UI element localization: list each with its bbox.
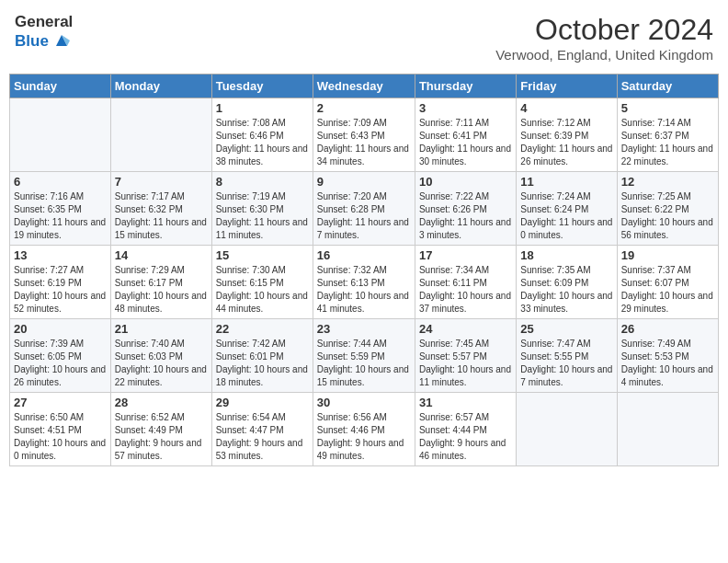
header-day-wednesday: Wednesday [313, 75, 415, 98]
day-detail: Sunrise: 7:40 AM Sunset: 6:03 PM Dayligh… [115, 338, 208, 389]
day-number: 15 [216, 248, 309, 262]
day-number: 24 [419, 322, 512, 336]
day-number: 17 [419, 248, 512, 262]
day-detail: Sunrise: 7:42 AM Sunset: 6:01 PM Dayligh… [216, 338, 309, 389]
calendar-cell: 4Sunrise: 7:12 AM Sunset: 6:39 PM Daylig… [517, 98, 617, 172]
day-number: 31 [419, 396, 512, 409]
day-detail: Sunrise: 7:14 AM Sunset: 6:37 PM Dayligh… [621, 117, 714, 168]
calendar-cell: 16Sunrise: 7:32 AM Sunset: 6:13 PM Dayli… [313, 246, 415, 319]
header-day-friday: Friday [517, 75, 617, 98]
calendar-cell: 25Sunrise: 7:47 AM Sunset: 5:55 PM Dayli… [517, 319, 617, 393]
day-number: 5 [621, 101, 714, 115]
day-detail: Sunrise: 7:20 AM Sunset: 6:28 PM Dayligh… [317, 190, 411, 242]
logo-icon [51, 31, 72, 52]
calendar-cell: 13Sunrise: 7:27 AM Sunset: 6:19 PM Dayli… [10, 246, 111, 319]
week-row-3: 13Sunrise: 7:27 AM Sunset: 6:19 PM Dayli… [10, 246, 719, 319]
calendar-cell: 3Sunrise: 7:11 AM Sunset: 6:41 PM Daylig… [415, 98, 516, 172]
day-number: 25 [520, 322, 612, 336]
calendar-cell: 5Sunrise: 7:14 AM Sunset: 6:37 PM Daylig… [617, 98, 718, 172]
calendar-cell: 22Sunrise: 7:42 AM Sunset: 6:01 PM Dayli… [211, 319, 313, 393]
calendar-cell [517, 393, 617, 466]
day-detail: Sunrise: 7:37 AM Sunset: 6:07 PM Dayligh… [621, 264, 714, 316]
day-detail: Sunrise: 7:47 AM Sunset: 5:55 PM Dayligh… [520, 338, 612, 389]
day-number: 8 [216, 175, 309, 189]
day-detail: Sunrise: 7:27 AM Sunset: 6:19 PM Dayligh… [14, 264, 107, 316]
day-number: 11 [520, 175, 612, 189]
day-detail: Sunrise: 6:56 AM Sunset: 4:46 PM Dayligh… [317, 411, 411, 463]
calendar-table: SundayMondayTuesdayWednesdayThursdayFrid… [9, 74, 719, 466]
day-detail: Sunrise: 7:22 AM Sunset: 6:26 PM Dayligh… [419, 190, 512, 242]
day-number: 16 [317, 248, 411, 262]
calendar-cell: 28Sunrise: 6:52 AM Sunset: 4:49 PM Dayli… [110, 393, 211, 466]
header-day-monday: Monday [110, 75, 211, 98]
month-title: October 2024 [495, 13, 713, 47]
calendar-cell: 14Sunrise: 7:29 AM Sunset: 6:17 PM Dayli… [110, 246, 211, 319]
calendar-header: SundayMondayTuesdayWednesdayThursdayFrid… [10, 75, 719, 98]
day-number: 6 [14, 175, 107, 189]
title-block: October 2024 Verwood, England, United Ki… [495, 13, 713, 63]
calendar-cell: 20Sunrise: 7:39 AM Sunset: 6:05 PM Dayli… [10, 319, 111, 393]
day-number: 18 [520, 248, 612, 262]
week-row-1: 1Sunrise: 7:08 AM Sunset: 6:46 PM Daylig… [10, 98, 719, 172]
day-detail: Sunrise: 7:49 AM Sunset: 5:53 PM Dayligh… [621, 338, 714, 389]
header-day-saturday: Saturday [617, 75, 718, 98]
day-detail: Sunrise: 7:39 AM Sunset: 6:05 PM Dayligh… [14, 338, 107, 389]
calendar-cell: 19Sunrise: 7:37 AM Sunset: 6:07 PM Dayli… [617, 246, 718, 319]
day-detail: Sunrise: 7:35 AM Sunset: 6:09 PM Dayligh… [520, 264, 612, 316]
calendar-cell: 31Sunrise: 6:57 AM Sunset: 4:44 PM Dayli… [415, 393, 516, 466]
logo: General Blue [15, 13, 73, 52]
day-number: 28 [115, 396, 208, 409]
day-detail: Sunrise: 6:52 AM Sunset: 4:49 PM Dayligh… [115, 411, 208, 463]
logo-blue: Blue [15, 32, 49, 51]
day-detail: Sunrise: 7:32 AM Sunset: 6:13 PM Dayligh… [317, 264, 411, 316]
header-day-sunday: Sunday [10, 75, 111, 98]
calendar-cell: 17Sunrise: 7:34 AM Sunset: 6:11 PM Dayli… [415, 246, 516, 319]
calendar-cell: 27Sunrise: 6:50 AM Sunset: 4:51 PM Dayli… [10, 393, 111, 466]
day-detail: Sunrise: 7:09 AM Sunset: 6:43 PM Dayligh… [317, 117, 411, 168]
day-detail: Sunrise: 7:34 AM Sunset: 6:11 PM Dayligh… [419, 264, 512, 316]
calendar-cell: 18Sunrise: 7:35 AM Sunset: 6:09 PM Dayli… [517, 246, 617, 319]
day-detail: Sunrise: 6:54 AM Sunset: 4:47 PM Dayligh… [216, 411, 309, 463]
location-subtitle: Verwood, England, United Kingdom [495, 47, 713, 63]
calendar-cell: 7Sunrise: 7:17 AM Sunset: 6:32 PM Daylig… [110, 172, 211, 246]
day-number: 3 [419, 101, 512, 115]
day-number: 12 [621, 175, 714, 189]
page-header: General Blue October 2024 Verwood, Engla… [9, 9, 719, 66]
day-detail: Sunrise: 7:08 AM Sunset: 6:46 PM Dayligh… [216, 117, 309, 168]
calendar-cell: 21Sunrise: 7:40 AM Sunset: 6:03 PM Dayli… [110, 319, 211, 393]
day-number: 1 [216, 101, 309, 115]
day-number: 20 [14, 322, 107, 336]
day-number: 9 [317, 175, 411, 189]
calendar-cell: 23Sunrise: 7:44 AM Sunset: 5:59 PM Dayli… [313, 319, 415, 393]
calendar-cell: 9Sunrise: 7:20 AM Sunset: 6:28 PM Daylig… [313, 172, 415, 246]
day-number: 13 [14, 248, 107, 262]
week-row-4: 20Sunrise: 7:39 AM Sunset: 6:05 PM Dayli… [10, 319, 719, 393]
week-row-2: 6Sunrise: 7:16 AM Sunset: 6:35 PM Daylig… [10, 172, 719, 246]
calendar-cell: 24Sunrise: 7:45 AM Sunset: 5:57 PM Dayli… [415, 319, 516, 393]
day-number: 4 [520, 101, 612, 115]
calendar-cell: 6Sunrise: 7:16 AM Sunset: 6:35 PM Daylig… [10, 172, 111, 246]
day-number: 10 [419, 175, 512, 189]
day-number: 30 [317, 396, 411, 409]
calendar-cell: 15Sunrise: 7:30 AM Sunset: 6:15 PM Dayli… [211, 246, 313, 319]
calendar-body: 1Sunrise: 7:08 AM Sunset: 6:46 PM Daylig… [10, 98, 719, 466]
calendar-cell: 2Sunrise: 7:09 AM Sunset: 6:43 PM Daylig… [313, 98, 415, 172]
header-day-tuesday: Tuesday [211, 75, 313, 98]
day-detail: Sunrise: 7:12 AM Sunset: 6:39 PM Dayligh… [520, 117, 612, 168]
calendar-cell: 30Sunrise: 6:56 AM Sunset: 4:46 PM Dayli… [313, 393, 415, 466]
day-detail: Sunrise: 6:50 AM Sunset: 4:51 PM Dayligh… [14, 411, 107, 463]
day-number: 2 [317, 101, 411, 115]
day-detail: Sunrise: 6:57 AM Sunset: 4:44 PM Dayligh… [419, 411, 512, 463]
day-detail: Sunrise: 7:24 AM Sunset: 6:24 PM Dayligh… [520, 190, 612, 242]
day-detail: Sunrise: 7:45 AM Sunset: 5:57 PM Dayligh… [419, 338, 512, 389]
calendar-cell: 11Sunrise: 7:24 AM Sunset: 6:24 PM Dayli… [517, 172, 617, 246]
day-detail: Sunrise: 7:44 AM Sunset: 5:59 PM Dayligh… [317, 338, 411, 389]
day-number: 21 [115, 322, 208, 336]
day-number: 26 [621, 322, 714, 336]
week-row-5: 27Sunrise: 6:50 AM Sunset: 4:51 PM Dayli… [10, 393, 719, 466]
calendar-cell [617, 393, 718, 466]
day-number: 27 [14, 396, 107, 409]
day-number: 7 [115, 175, 208, 189]
day-detail: Sunrise: 7:11 AM Sunset: 6:41 PM Dayligh… [419, 117, 512, 168]
calendar-cell: 8Sunrise: 7:19 AM Sunset: 6:30 PM Daylig… [211, 172, 313, 246]
